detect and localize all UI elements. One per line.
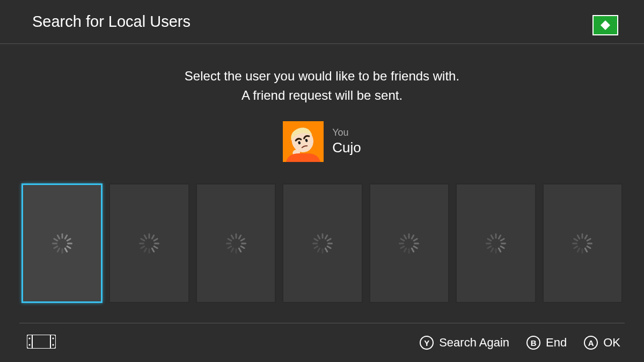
footer: Y Search Again B End A OK	[0, 323, 644, 362]
user-slot[interactable]	[21, 183, 103, 303]
loading-spinner-icon	[138, 232, 160, 255]
end-button[interactable]: B End	[526, 336, 567, 350]
loading-spinner-icon	[485, 232, 507, 255]
footer-actions: Y Search Again B End A OK	[420, 336, 620, 350]
search-again-label: Search Again	[439, 336, 509, 350]
user-slot[interactable]	[196, 183, 276, 303]
diamond-icon	[601, 20, 610, 30]
current-user: You Cujo	[0, 121, 644, 162]
end-label: End	[546, 336, 567, 350]
avatar	[283, 121, 324, 162]
loading-spinner-icon	[398, 232, 420, 255]
y-button-icon: Y	[420, 336, 434, 350]
user-slot[interactable]	[369, 183, 449, 303]
loading-spinner-icon	[571, 232, 594, 255]
page-title: Search for Local Users	[32, 13, 191, 31]
header: Search for Local Users	[0, 0, 644, 44]
controller-icon	[27, 335, 56, 351]
loading-spinner-icon	[225, 232, 247, 255]
user-slot[interactable]	[456, 183, 536, 303]
svg-rect-6	[27, 335, 56, 349]
svg-rect-0	[601, 20, 610, 30]
you-label: You	[332, 127, 361, 138]
local-search-badge	[592, 15, 618, 35]
svg-point-11	[52, 337, 54, 339]
user-slot[interactable]	[109, 183, 189, 303]
b-button-icon: B	[526, 336, 540, 350]
ok-button[interactable]: A OK	[584, 336, 620, 350]
svg-point-9	[28, 337, 30, 339]
loading-spinner-icon	[311, 232, 334, 255]
username: Cujo	[332, 139, 361, 156]
svg-point-10	[28, 344, 30, 345]
instructions: Select the user you would like to be fri…	[0, 67, 644, 105]
user-slot[interactable]	[543, 183, 623, 303]
user-labels: You Cujo	[332, 127, 361, 156]
avatar-mii-icon	[283, 121, 324, 162]
instructions-line-2: A friend request will be sent.	[0, 86, 644, 105]
loading-spinner-icon	[51, 232, 74, 255]
instructions-line-1: Select the user you would like to be fri…	[0, 67, 644, 86]
user-slot[interactable]	[282, 183, 362, 303]
user-slots	[0, 183, 644, 303]
ok-label: OK	[603, 336, 620, 350]
a-button-icon: A	[584, 336, 598, 350]
search-again-button[interactable]: Y Search Again	[420, 336, 509, 350]
svg-point-12	[52, 344, 54, 345]
